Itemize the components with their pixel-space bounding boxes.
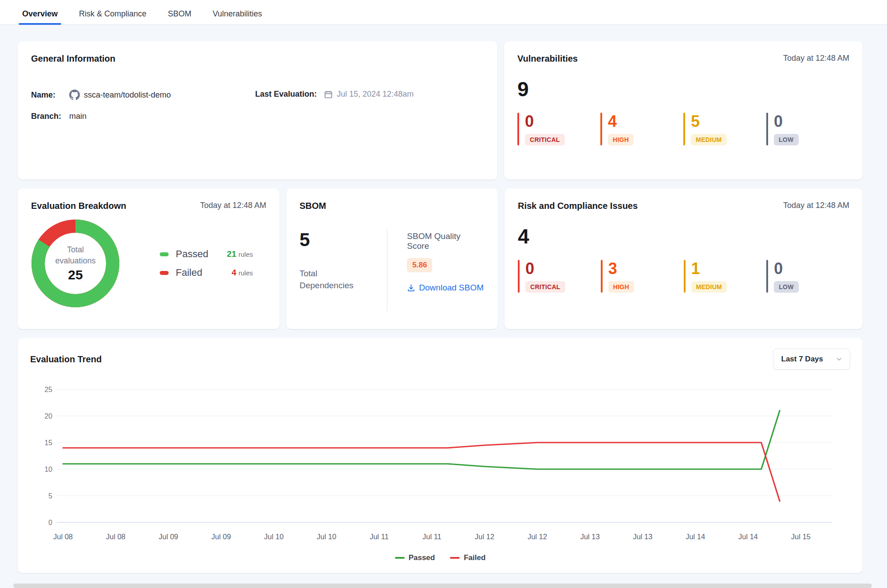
total-evaluations-value: 25 — [68, 267, 83, 282]
last-evaluation-label: Last Evaluation: — [255, 90, 317, 99]
trend-legend-passed: Passed — [395, 553, 435, 562]
download-icon — [407, 284, 415, 292]
failed-line-swatch — [450, 557, 460, 559]
severity-medium: 5 MEDIUM — [683, 113, 766, 145]
svg-text:Jul 08: Jul 08 — [106, 533, 126, 541]
severity-badge: HIGH — [608, 281, 634, 293]
svg-text:Jul 13: Jul 13 — [633, 533, 652, 541]
last-evaluation-row: Last Evaluation: Jul 15, 2024 12:48am — [255, 90, 414, 99]
repo-name-value: ssca-team/todolist-demo — [84, 90, 171, 100]
legend-passed: Passed 21 rules — [160, 248, 253, 260]
tab-overview[interactable]: Overview — [21, 3, 59, 24]
svg-text:20: 20 — [44, 412, 52, 420]
svg-text:Jul 11: Jul 11 — [422, 533, 442, 541]
failed-legend-name: Failed — [176, 267, 232, 278]
risk-compliance-total: 4 — [518, 226, 849, 247]
svg-text:Jul 09: Jul 09 — [211, 533, 231, 541]
download-sbom-link[interactable]: Download SBOM — [407, 283, 485, 293]
horizontal-scrollbar[interactable] — [13, 584, 872, 588]
evaluation-breakdown-card: Evaluation Breakdown Today at 12:48 AM T… — [18, 188, 280, 329]
branch-value: main — [69, 112, 87, 121]
evaluation-trend-chart: 0510152025Jul 08Jul 08Jul 09Jul 09Jul 10… — [30, 383, 850, 553]
download-sbom-label: Download SBOM — [419, 283, 484, 293]
vulnerabilities-title: Vulnerabilities — [517, 54, 578, 64]
severity-badge: LOW — [774, 134, 799, 145]
evaluation-trend-title: Evaluation Trend — [30, 354, 102, 365]
tab-bar: Overview Risk & Compliance SBOM Vulnerab… — [0, 0, 887, 25]
severity-high: 3 HIGH — [601, 260, 684, 293]
severity-critical: 0 CRITICAL — [518, 260, 601, 293]
svg-text:0: 0 — [48, 519, 52, 526]
severity-badge: MEDIUM — [691, 281, 727, 293]
tab-risk-compliance[interactable]: Risk & Compliance — [78, 3, 147, 24]
trend-legend-failed: Failed — [450, 553, 485, 562]
svg-text:Jul 11: Jul 11 — [370, 533, 389, 541]
branch-label: Branch: — [31, 112, 69, 121]
last-evaluation-value: Jul 15, 2024 12:48am — [337, 90, 414, 99]
failed-rules-unit: rules — [238, 269, 253, 277]
svg-text:Jul 14: Jul 14 — [738, 533, 758, 541]
svg-text:Jul 12: Jul 12 — [528, 533, 547, 541]
severity-badge: CRITICAL — [525, 134, 565, 145]
severity-count: 3 — [608, 261, 634, 277]
failed-rules-count: 4 — [232, 268, 237, 278]
svg-text:Jul 08: Jul 08 — [53, 533, 73, 541]
evaluations-donut-chart: Total evaluations 25 — [31, 219, 120, 308]
name-label: Name: — [31, 90, 69, 100]
severity-medium: 1 MEDIUM — [684, 260, 767, 293]
repo-name-row: Name: ssca-team/todolist-demo — [31, 90, 255, 100]
svg-text:5: 5 — [48, 492, 52, 500]
general-information-card: General Information Name: ssca-team/todo… — [18, 41, 497, 180]
tab-sbom[interactable]: SBOM — [167, 3, 192, 24]
passed-line-swatch — [395, 557, 405, 559]
github-icon — [69, 90, 80, 100]
dashboard-content: General Information Name: ssca-team/todo… — [18, 41, 863, 573]
donut-center-label-2: evaluations — [55, 255, 95, 266]
svg-text:15: 15 — [44, 439, 52, 447]
vulnerabilities-card: Vulnerabilities Today at 12:48 AM 9 0 CR… — [504, 41, 863, 180]
chevron-down-icon — [836, 356, 843, 363]
severity-critical: 0 CRITICAL — [517, 113, 600, 145]
vulnerabilities-timestamp: Today at 12:48 AM — [783, 54, 849, 63]
general-information-title: General Information — [31, 54, 484, 64]
severity-count: 0 — [774, 261, 799, 277]
risk-compliance-card: Risk and Compliance Issues Today at 12:4… — [505, 188, 863, 329]
sbom-title: SBOM — [300, 201, 485, 211]
evaluation-breakdown-title: Evaluation Breakdown — [31, 201, 126, 211]
failed-legend-pill — [160, 271, 169, 275]
sbom-card: SBOM 5 Total Dependencies SBOM Quality S… — [286, 188, 498, 329]
severity-badge: CRITICAL — [525, 281, 565, 293]
passed-rules-unit: rules — [238, 251, 253, 258]
svg-text:Jul 09: Jul 09 — [159, 533, 178, 541]
svg-text:Jul 15: Jul 15 — [791, 533, 811, 541]
total-dependencies-label: Total Dependencies — [300, 268, 353, 291]
svg-text:10: 10 — [44, 466, 52, 473]
passed-rules-count: 21 — [227, 249, 236, 259]
svg-text:25: 25 — [44, 386, 52, 393]
severity-count: 5 — [691, 114, 727, 129]
calendar-icon — [324, 90, 333, 99]
failed-legend-label: Failed — [464, 553, 485, 562]
legend-failed: Failed 4 rules — [160, 267, 253, 278]
svg-text:Jul 10: Jul 10 — [264, 533, 284, 541]
sbom-quality-score-value: 5.86 — [407, 258, 432, 272]
tab-vulnerabilities[interactable]: Vulnerabilities — [212, 3, 263, 24]
severity-count: 1 — [691, 261, 727, 277]
passed-legend-pill — [160, 252, 169, 256]
passed-legend-label: Passed — [409, 553, 435, 562]
trend-chart-legend: Passed Failed — [30, 553, 850, 562]
severity-high: 4 HIGH — [600, 113, 683, 145]
risk-compliance-title: Risk and Compliance Issues — [518, 201, 638, 211]
risk-compliance-timestamp: Today at 12:48 AM — [783, 201, 849, 210]
svg-text:Jul 12: Jul 12 — [475, 533, 494, 541]
total-dependencies-value: 5 — [300, 231, 387, 249]
svg-text:Jul 10: Jul 10 — [317, 533, 336, 541]
severity-count: 0 — [774, 114, 799, 129]
severity-low: 0 LOW — [766, 113, 849, 145]
svg-text:Jul 14: Jul 14 — [686, 533, 705, 541]
evaluation-breakdown-timestamp: Today at 12:48 AM — [200, 201, 266, 210]
severity-badge: LOW — [774, 281, 799, 293]
sbom-quality-score-label: SBOM Quality Score — [407, 231, 485, 251]
severity-low: 0 LOW — [766, 260, 849, 293]
time-range-dropdown[interactable]: Last 7 Days — [773, 349, 851, 370]
